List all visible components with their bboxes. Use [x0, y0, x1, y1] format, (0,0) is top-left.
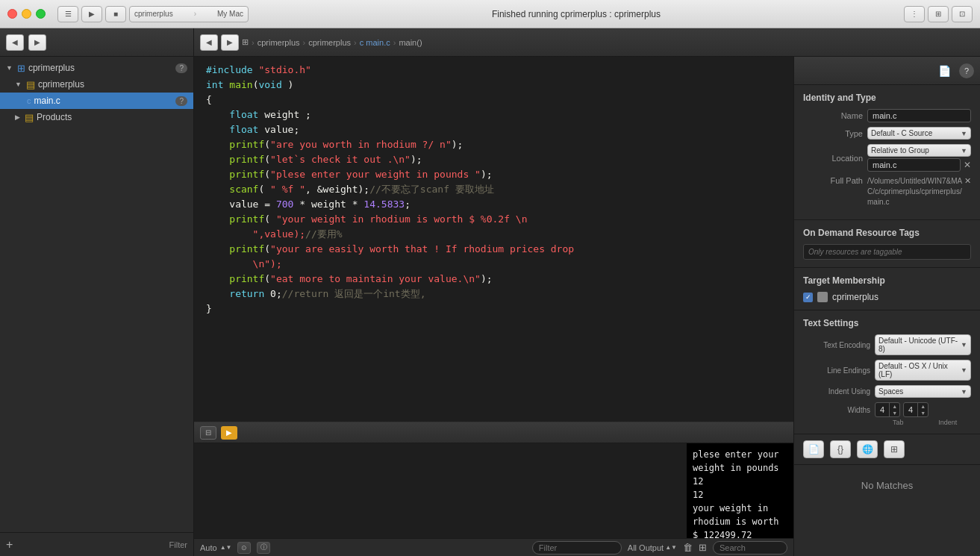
code-line: int main(void )	[194, 78, 793, 93]
no-matches: No Matches	[794, 465, 980, 506]
inspector-filter[interactable]	[713, 541, 787, 555]
target-checkbox[interactable]: ✓	[803, 293, 813, 302]
inspector-search-input[interactable]	[713, 541, 787, 555]
sidebar-item-cprimerplus-root[interactable]: ▼ ⊞ cprimerplus ?	[0, 60, 193, 76]
indent-using-row: Indent Using Spaces ▼	[803, 385, 971, 398]
code-editor[interactable]: #include "stdio.h" int main(void ) { flo…	[194, 57, 793, 422]
traffic-lights	[7, 9, 46, 19]
tab-increment[interactable]: ▲	[890, 403, 899, 410]
sidebar-toggle-button[interactable]: ☰	[57, 6, 78, 22]
bread-main-func[interactable]: main()	[399, 38, 422, 47]
location-subvalue-input[interactable]	[867, 158, 961, 172]
minimize-button[interactable]	[22, 9, 31, 19]
name-input[interactable]	[867, 109, 971, 122]
tab-decrement[interactable]: ▼	[890, 410, 899, 416]
sidebar-item-main-c[interactable]: c main.c ?	[0, 93, 193, 109]
code-line: {	[194, 93, 793, 107]
nav-back-button[interactable]: ◀	[200, 34, 218, 51]
tab-stepper[interactable]: 4 ▲ ▼	[875, 402, 900, 417]
on-demand-section: On Demand Resource Tags	[794, 220, 980, 268]
help-icon[interactable]: ?	[959, 63, 974, 78]
code-line: float weight ;	[194, 107, 793, 122]
sidebar-item-label: main.c	[34, 96, 173, 106]
braces-icon-btn[interactable]: {}	[830, 440, 851, 458]
grid-icon-btn[interactable]: ⊞	[884, 440, 905, 458]
maximize-button[interactable]	[36, 9, 46, 19]
code-line: printf("are you worth in rhodium ?/ n");	[194, 137, 793, 152]
filter-input[interactable]	[532, 541, 622, 555]
forward-button[interactable]: ▶	[28, 34, 46, 51]
toolbar-buttons: ☰ ▶ ■ cprimerplus › My Mac	[57, 6, 249, 22]
indent-using-label: Indent Using	[803, 387, 870, 396]
indent-label: Indent	[925, 419, 972, 426]
sidebar-item-cprimerplus-group[interactable]: ▼ ▤ cprimerplus	[0, 76, 193, 93]
fullpath-reveal-icon[interactable]: ✕	[964, 176, 971, 186]
type-select[interactable]: Default - C Source ▼	[867, 127, 971, 140]
inspector-toggle[interactable]: ⊡	[952, 6, 973, 22]
bread-cprimerplus1[interactable]: ⊞	[242, 37, 249, 47]
auto-label: Auto ▲▼	[200, 543, 231, 552]
add-button[interactable]: +	[6, 538, 13, 552]
bottom-toolbar: ⊟ ▶	[194, 422, 793, 443]
location-row: Location Relative to Group ▼ ✕	[803, 144, 971, 172]
bread-mainc[interactable]: c main.c	[360, 38, 390, 47]
window-title: Finished running cprimerplus : cprimerpl…	[255, 9, 898, 19]
inspector-panel: 📄 ? Identity and Type Name Type Default …	[793, 57, 980, 556]
code-line: float value;	[194, 122, 793, 137]
back-button[interactable]: ◀	[6, 34, 24, 51]
indent-stepper[interactable]: 4 ▲ ▼	[903, 402, 928, 417]
target-title: Target Membership	[803, 275, 971, 286]
target-section: Target Membership ✓ cprimerplus	[794, 268, 980, 310]
bread-cprimerplus2[interactable]: cprimerplus	[258, 38, 300, 47]
location-label: Location	[803, 154, 863, 163]
encoding-select[interactable]: Default - Unicode (UTF-8) ▼	[875, 334, 971, 355]
run-button[interactable]: ▶	[81, 6, 102, 22]
activity-viewer[interactable]: ⋮	[904, 6, 925, 22]
indent-increment[interactable]: ▲	[918, 403, 928, 410]
tab-stepper-buttons[interactable]: ▲ ▼	[889, 403, 899, 416]
file-inspector-icon[interactable]: 📄	[935, 62, 953, 80]
indent-decrement[interactable]: ▼	[918, 410, 928, 416]
code-line: return 0;//return 返回是一个int类型,	[194, 287, 793, 302]
bottom-panel: ⊟ ▶ plese enter your weight in pounds 12…	[194, 422, 793, 556]
localize-icon-btn[interactable]: 🌐	[857, 440, 878, 458]
file-icon-btn[interactable]: 📄	[803, 440, 824, 458]
code-line: printf( "your weight in rhodium is worth…	[194, 212, 793, 227]
terminal-line: plese enter your weight in pounds 12	[693, 448, 787, 488]
code-line: scanf( " %f ", &weight);//不要忘了scanf 要取地址	[194, 182, 793, 197]
folder-icon: ▤	[26, 79, 35, 90]
panel-toggle[interactable]: ⊞	[928, 6, 949, 22]
fullpath-row: Full Path /Volumes/Untitled/WIN7&MAC/c/c…	[803, 176, 971, 207]
statusbar: Auto ▲▼ ⊙ ⓘ All Output ▲▼ 🗑	[194, 538, 793, 556]
nav-forward-button[interactable]: ▶	[221, 34, 239, 51]
close-button[interactable]	[7, 9, 17, 19]
location-clear-icon[interactable]: ✕	[964, 160, 971, 170]
line-endings-select[interactable]: Default - OS X / Unix (LF) ▼	[875, 360, 971, 381]
trash-button[interactable]: 🗑	[683, 542, 693, 553]
sidebar-tree: ▼ ⊞ cprimerplus ? ▼ ▤ cprimerplus c main…	[0, 57, 193, 532]
encoding-label: Text Encoding	[803, 341, 870, 349]
scheme-selector[interactable]: cprimerplus › My Mac	[129, 6, 249, 22]
code-line: }	[194, 302, 793, 316]
sidebar-bottom: + Filter	[0, 532, 193, 556]
on-demand-input[interactable]	[803, 244, 971, 260]
sidebar-item-products[interactable]: ▶ ▤ Products	[0, 109, 193, 125]
main-layout: ◀ ▶ ▼ ⊞ cprimerplus ? ▼ ▤ cprimerplus c …	[0, 28, 980, 556]
sidebar-item-label: cprimerplus	[38, 79, 187, 90]
identity-title: Identity and Type	[803, 93, 971, 103]
disclosure-arrow: ▼	[6, 64, 13, 72]
code-line: ",value);//要用%	[194, 227, 793, 242]
line-endings-label: Line Endings	[803, 366, 870, 375]
indent-using-select[interactable]: Spaces ▼	[875, 385, 971, 398]
output-selector[interactable]: All Output ▲▼	[628, 543, 677, 552]
location-select[interactable]: Relative to Group ▼	[867, 144, 971, 157]
bottom-toggle-btn[interactable]: ⊟	[200, 426, 216, 440]
separator: ›	[194, 10, 196, 18]
split-view-button[interactable]: ⊞	[699, 542, 707, 553]
inspector-toolbar: 📄 ?	[794, 57, 980, 85]
run-indicator: ▶	[221, 426, 237, 440]
badge: ?	[175, 63, 187, 73]
bread-cprimerplus3[interactable]: cprimerplus	[308, 38, 351, 47]
indent-stepper-buttons[interactable]: ▲ ▼	[917, 403, 928, 416]
stop-button[interactable]: ■	[105, 6, 126, 22]
